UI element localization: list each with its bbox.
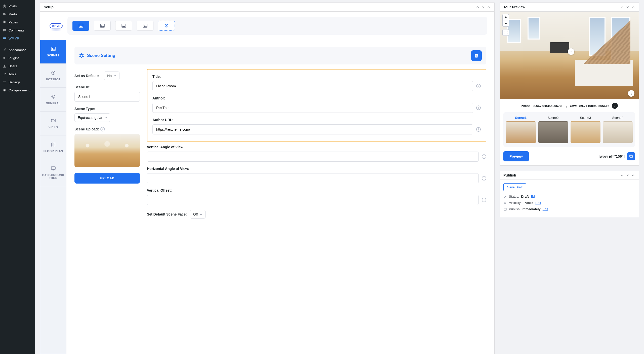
delete-scene-button[interactable] — [471, 50, 482, 61]
panel-down-icon[interactable] — [626, 173, 630, 177]
publish-panel-body: Save Draft Status: Draft Edit Visibility… — [500, 180, 639, 217]
edit-status-link[interactable]: Edit — [531, 195, 536, 198]
edit-schedule-link[interactable]: Edit — [543, 207, 548, 211]
svg-rect-9 — [79, 24, 83, 27]
svg-rect-15 — [143, 24, 147, 27]
info-icon[interactable]: i — [482, 154, 486, 159]
tab-hotspot[interactable]: HOTSPOT — [40, 64, 66, 88]
menu-appearance[interactable]: Appearance — [0, 46, 35, 54]
panel-up-icon[interactable] — [620, 5, 624, 9]
scene-selector-bar — [67, 17, 487, 35]
svg-point-4 — [4, 65, 5, 66]
menu-settings[interactable]: Settings — [0, 78, 35, 86]
default-face-select[interactable]: Off — [190, 210, 206, 219]
coord-copy-button[interactable]: ↓ — [612, 103, 618, 109]
add-scene-tab[interactable] — [158, 21, 175, 31]
info-icon[interactable]: i — [100, 127, 105, 131]
scene-thumb-4[interactable]: Scene4 — [603, 116, 633, 143]
svg-point-8 — [3, 89, 6, 92]
fullscreen-button[interactable] — [502, 29, 509, 36]
scene-type-select[interactable]: Equirectangular — [74, 113, 110, 122]
info-icon[interactable]: i — [482, 176, 486, 181]
info-icon[interactable]: i — [482, 198, 486, 202]
svg-rect-7 — [3, 83, 6, 83]
menu-collapse[interactable]: Collapse menu — [0, 86, 35, 94]
author-url-input[interactable] — [152, 124, 473, 134]
panel-up-icon[interactable] — [476, 5, 480, 9]
menu-users[interactable]: Users — [0, 62, 35, 70]
scene-thumb-2[interactable]: Scene2 — [538, 116, 568, 143]
title-input[interactable] — [152, 81, 473, 91]
vr-icon — [3, 36, 7, 40]
coordinates-readout: Pitch: -2.567688355006708, Yaw: 89.71100… — [500, 99, 639, 112]
copy-shortcode-button[interactable] — [627, 152, 635, 160]
hotspot-up[interactable]: ↑ — [568, 48, 574, 55]
menu-media[interactable]: Media — [0, 10, 35, 18]
tour-preview-body: + − ↑ ↓ Pitch: -2.567688355006708, Yaw: … — [500, 12, 639, 166]
vaov-input[interactable] — [147, 152, 479, 162]
voffset-input[interactable] — [147, 195, 479, 205]
set-default-select[interactable]: No — [104, 72, 119, 80]
scene-thumb-1[interactable]: Scene1 — [506, 116, 536, 143]
svg-rect-28 — [504, 208, 506, 210]
panel-toggle-icon[interactable] — [631, 173, 635, 177]
edit-visibility-link[interactable]: Edit — [535, 201, 541, 205]
tab-video[interactable]: VIDEO — [40, 112, 66, 135]
upload-button[interactable]: UPLOAD — [74, 173, 140, 184]
svg-point-16 — [144, 25, 144, 25]
pitch-label: Pitch: — [521, 104, 530, 108]
info-icon[interactable]: i — [476, 105, 481, 110]
info-icon[interactable]: i — [476, 84, 481, 88]
menu-label: Settings — [9, 80, 20, 84]
tab-scenes[interactable]: SCENES — [40, 40, 66, 64]
haov-input[interactable] — [147, 173, 479, 183]
eye-icon — [503, 201, 507, 204]
scene-id-input[interactable] — [74, 92, 140, 102]
menu-label: WP VR — [9, 37, 19, 40]
scene-thumb-3[interactable]: Scene3 — [571, 116, 600, 143]
fullscreen-icon — [504, 31, 507, 34]
default-face-label: Set Default Scene Face: — [147, 212, 187, 216]
menu-pages[interactable]: Pages — [0, 18, 35, 26]
svg-rect-3 — [3, 38, 6, 39]
author-input[interactable] — [152, 103, 473, 113]
panel-toggle-icon[interactable] — [631, 5, 635, 9]
scene-id-label: Scene ID: — [74, 85, 140, 89]
info-icon[interactable]: i — [476, 127, 481, 132]
zoom-out-button[interactable]: − — [503, 20, 509, 26]
tab-bgtour[interactable]: BACKGROUND TOUR — [40, 159, 66, 186]
tab-floorplan[interactable]: FLOOR PLAN — [40, 135, 66, 159]
menu-tools[interactable]: Tools — [0, 70, 35, 78]
menu-wpvr[interactable]: WP VR — [0, 34, 35, 42]
tab-general[interactable]: GENERAL — [40, 88, 66, 112]
preview-button[interactable]: Preview — [503, 151, 529, 161]
svg-point-14 — [122, 25, 123, 25]
tab-label: SCENES — [47, 54, 59, 57]
svg-point-27 — [505, 202, 506, 203]
save-draft-button[interactable]: Save Draft — [503, 183, 526, 191]
vertical-tabs: SCENES HOTSPOT GENERAL VIDEO — [40, 40, 66, 354]
menu-label: Tools — [9, 72, 16, 76]
scene-tab-3[interactable] — [115, 21, 132, 31]
scene-tab-1[interactable] — [72, 21, 89, 31]
hotspot-down[interactable]: ↓ — [628, 90, 634, 97]
menu-posts[interactable]: Posts — [0, 2, 35, 10]
target-icon — [51, 70, 56, 75]
panel-toggle-icon[interactable] — [487, 5, 491, 9]
main-content: Setup WP VR — [35, 0, 644, 354]
scene-upload-preview[interactable] — [74, 134, 140, 167]
menu-plugins[interactable]: Plugins — [0, 54, 35, 62]
panel-up-icon[interactable] — [620, 173, 624, 177]
monitor-icon — [51, 166, 56, 171]
gear-icon — [79, 53, 84, 58]
panorama-viewer[interactable]: + − ↑ ↓ — [500, 12, 639, 99]
voffset-label: Vertical Offset: — [147, 188, 486, 192]
menu-comments[interactable]: Comments — [0, 26, 35, 34]
panel-down-icon[interactable] — [626, 5, 630, 9]
scene-tab-2[interactable] — [94, 21, 111, 31]
zoom-in-button[interactable]: + — [503, 14, 509, 20]
scene-tab-4[interactable] — [137, 21, 153, 31]
svg-point-22 — [53, 96, 54, 97]
panel-down-icon[interactable] — [481, 5, 485, 9]
tab-label: FLOOR PLAN — [44, 150, 63, 153]
